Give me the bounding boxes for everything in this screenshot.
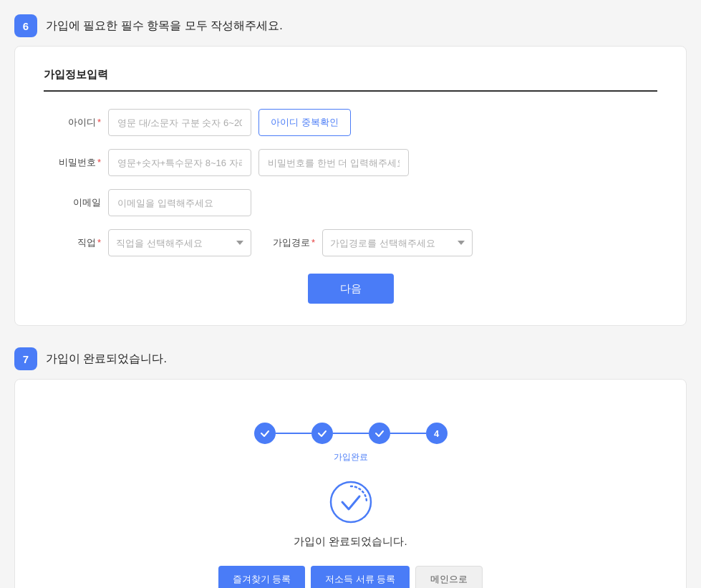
registration-form-card: 가입정보입력 아이디* 아이디 중복확인 비밀번호* 이메일 직업* [14, 46, 687, 326]
job-channel-row: 직업* 직업을 선택해주세요 가입경로* 가입경로를 선택해주세요 [44, 229, 657, 256]
channel-required: * [311, 237, 315, 248]
email-input[interactable] [108, 189, 251, 216]
completion-card: 4 가입완료 가입이 완료되었습니다. 즐겨찾기 등록 저소득 서류 등록 메인… [14, 379, 687, 588]
step-circle-4: 4 [426, 423, 448, 444]
channel-label: 가입경로* [273, 236, 315, 249]
check-icon-1 [260, 428, 270, 438]
channel-select[interactable]: 가입경로를 선택해주세요 [322, 229, 473, 256]
id-input[interactable] [108, 109, 251, 136]
section-7: 7 가입이 완료되었습니다. [14, 347, 687, 588]
step-circle-2 [311, 423, 333, 444]
favorites-button[interactable]: 즐겨찾기 등록 [218, 566, 306, 588]
step-label: 가입완료 [334, 451, 368, 463]
id-label: 아이디* [44, 116, 101, 129]
check-icon-2 [317, 428, 327, 438]
section-6-header: 6 가입에 필요한 필수 항목을 모두 작성해주세요. [14, 14, 687, 37]
svg-point-0 [331, 482, 371, 522]
check-id-button[interactable]: 아이디 중복확인 [258, 109, 351, 136]
section-7-title: 가입이 완료되었습니다. [46, 352, 167, 367]
job-select[interactable]: 직업을 선택해주세요 [108, 229, 251, 256]
card-title: 가입정보입력 [44, 68, 657, 92]
section-6-title: 가입에 필요한 필수 항목을 모두 작성해주세요. [46, 19, 283, 34]
step-6-badge: 6 [14, 14, 37, 37]
email-row: 이메일 [44, 189, 657, 216]
step-indicator: 4 [254, 423, 448, 444]
job-required: * [97, 237, 101, 248]
next-button[interactable]: 다음 [308, 274, 394, 304]
password-row: 비밀번호* [44, 149, 657, 176]
step-line-1 [276, 433, 311, 434]
password-label: 비밀번호* [44, 156, 101, 169]
password-input[interactable] [108, 149, 251, 176]
progress-area: 4 가입완료 가입이 완료되었습니다. 즐겨찾기 등록 저소득 서류 등록 메인… [44, 401, 657, 588]
check-icon-3 [374, 428, 385, 438]
password-required: * [97, 157, 101, 168]
section-7-header: 7 가입이 완료되었습니다. [14, 347, 687, 370]
password-confirm-input[interactable] [258, 149, 409, 176]
step-circle-3 [369, 423, 390, 444]
step-line-3 [390, 433, 426, 434]
step-7-badge: 7 [14, 347, 37, 370]
id-row: 아이디* 아이디 중복확인 [44, 109, 657, 136]
step-line-2 [333, 433, 369, 434]
lowsalary-button[interactable]: 저소득 서류 등록 [311, 566, 410, 588]
main-button[interactable]: 메인으로 [415, 566, 483, 588]
section-6: 6 가입에 필요한 필수 항목을 모두 작성해주세요. 가입정보입력 아이디* … [14, 14, 687, 326]
job-label: 직업* [44, 236, 101, 249]
action-buttons: 즐겨찾기 등록 저소득 서류 등록 메인으로 [218, 566, 483, 588]
complete-text: 가입이 완료되었습니다. [294, 535, 407, 549]
email-label: 이메일 [44, 196, 101, 209]
step-circle-1 [254, 423, 276, 444]
complete-check-icon [329, 481, 372, 524]
id-required: * [97, 117, 101, 127]
